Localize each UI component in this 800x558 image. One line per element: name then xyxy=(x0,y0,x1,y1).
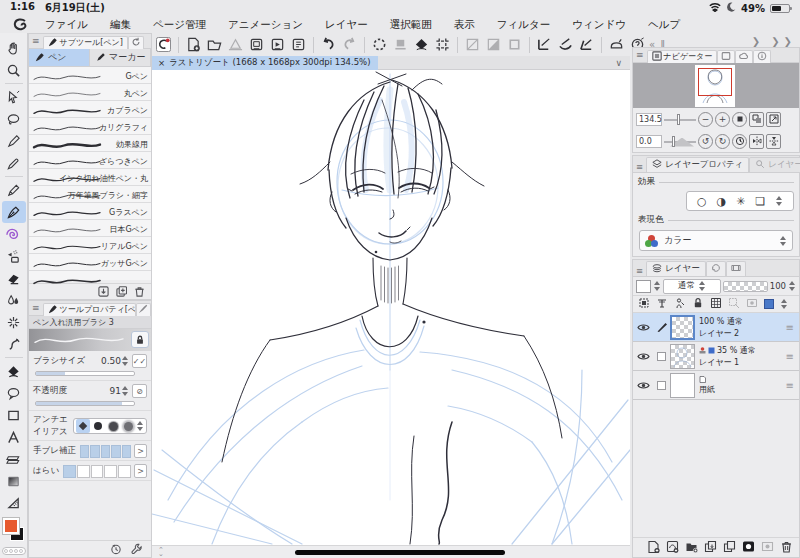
canvas-viewport[interactable] xyxy=(152,70,630,545)
brush-size-dynamics-button[interactable]: ✓✓ xyxy=(132,354,147,368)
tab-list-chevron-icon[interactable]: ∨ xyxy=(615,58,630,68)
new-vector-layer-icon[interactable] xyxy=(666,538,679,557)
brush-item[interactable]: ざらつきペン xyxy=(29,152,151,169)
opacity-dynamics-button[interactable]: ⊘ xyxy=(132,384,147,398)
ruler-tool[interactable] xyxy=(2,492,26,514)
combine-layers-icon[interactable] xyxy=(723,538,736,557)
tool-property-menu-icon[interactable]: ≡ xyxy=(29,303,43,313)
brush-detail-tab[interactable] xyxy=(136,303,151,316)
lock-transparent-pixels-icon[interactable] xyxy=(710,297,722,311)
navigator-menu-icon[interactable]: ≡ xyxy=(633,50,647,60)
new-folder-icon[interactable] xyxy=(685,538,698,557)
layer-name[interactable]: レイヤー 2 xyxy=(699,328,786,339)
subtool-tab-marker[interactable]: マーカー xyxy=(90,49,151,66)
layer-color-button[interactable] xyxy=(764,299,774,309)
layers-tab[interactable]: レイヤー xyxy=(646,261,706,276)
lock-button[interactable] xyxy=(131,331,149,348)
flip-vertical-button[interactable] xyxy=(766,134,781,149)
menu-view[interactable]: 表示 xyxy=(443,18,486,32)
blend-mode-dropdown[interactable]: 通常 xyxy=(663,279,721,294)
subtool-panel-tab[interactable]: サブツール[ペン] xyxy=(43,36,128,49)
layer-visibility-eye-icon[interactable] xyxy=(633,381,653,390)
airbrush-tool[interactable] xyxy=(2,245,26,267)
rotate-slider[interactable] xyxy=(664,135,696,148)
delete-brush-icon[interactable] xyxy=(134,282,145,301)
gear-dashed-icon-button[interactable] xyxy=(370,36,389,54)
document-tab[interactable]: × ラストリゾート (1668 x 1668px 300dpi 134.5%) xyxy=(152,56,378,70)
zoom-tool[interactable] xyxy=(2,59,26,81)
selection-border-icon-button[interactable] xyxy=(505,36,524,54)
blend-tool[interactable] xyxy=(2,289,26,311)
pen-tool[interactable] xyxy=(2,201,26,223)
open-file-button[interactable] xyxy=(205,36,224,54)
delete-layer-icon[interactable] xyxy=(780,538,793,557)
brush-item[interactable]: カブラペン xyxy=(29,101,151,118)
figure-tool[interactable] xyxy=(2,404,26,426)
brush-item[interactable]: 日本Gペン xyxy=(29,220,151,237)
layer-visibility-eye-icon[interactable] xyxy=(633,352,653,361)
layer-opacity-slider[interactable] xyxy=(723,281,768,292)
fit-to-screen-button[interactable] xyxy=(749,112,764,127)
operation-tool[interactable] xyxy=(2,86,26,108)
layer-color-stepper[interactable] xyxy=(780,298,788,310)
layer-thumbnail[interactable] xyxy=(670,344,695,369)
brush-item-partial[interactable] xyxy=(29,271,151,280)
redo-button[interactable] xyxy=(340,36,359,54)
layer-row-2[interactable]: 100 % 通常 レイヤー 2 ≡ xyxy=(633,313,799,342)
export-animation-button[interactable] xyxy=(268,36,287,54)
new-canvas-button[interactable] xyxy=(184,36,203,54)
menu-filter[interactable]: フィルター xyxy=(486,18,561,32)
tool-property-tab[interactable]: ツールプロパティ[ペン xyxy=(43,303,136,316)
brush-item[interactable]: Gペン xyxy=(29,67,151,84)
rotate-left-button[interactable]: ↺ xyxy=(698,134,713,149)
palette-color-stepper[interactable] xyxy=(653,280,661,292)
zoom-in-button[interactable]: + xyxy=(715,112,730,127)
blend-mode-stepper[interactable] xyxy=(698,280,706,292)
layer-comp-tab[interactable] xyxy=(706,261,726,276)
enable-mask-icon[interactable] xyxy=(746,297,758,311)
lasso-selection-tool[interactable] xyxy=(2,108,26,130)
fill-tool[interactable] xyxy=(2,360,26,382)
ipad-home-indicator[interactable] xyxy=(295,550,505,555)
navigator-thumbnail[interactable] xyxy=(695,65,735,107)
antialias-none-option[interactable] xyxy=(76,419,90,433)
brush-item[interactable]: 丸ペン xyxy=(29,84,151,101)
snap-grid-icon-button[interactable] xyxy=(577,36,596,54)
export-page-button[interactable] xyxy=(247,36,266,54)
balloon-tool[interactable] xyxy=(2,382,26,404)
color-swatches[interactable] xyxy=(2,518,26,544)
layer-mask-icon[interactable] xyxy=(742,538,755,557)
undo-button[interactable] xyxy=(319,36,338,54)
wrench-settings-icon[interactable] xyxy=(131,540,143,558)
editing-pen-icon[interactable] xyxy=(653,321,670,333)
stabilization-expand-button[interactable]: > xyxy=(134,444,147,458)
navigator-preview[interactable] xyxy=(633,63,799,108)
export-webtoon-button[interactable] xyxy=(289,36,308,54)
brush-item[interactable]: リアルGペン xyxy=(29,237,151,254)
crop-border-icon-button[interactable] xyxy=(433,36,452,54)
brush-item[interactable]: Gラスペン xyxy=(29,203,151,220)
flip-horizontal-button[interactable] xyxy=(749,134,764,149)
zoom-value[interactable]: 134.5 xyxy=(636,113,662,126)
new-raster-layer-icon[interactable] xyxy=(647,538,660,557)
effect-stepper[interactable] xyxy=(775,195,783,207)
onion-skin-icon[interactable] xyxy=(674,297,686,311)
snap-special-ruler-icon-button[interactable] xyxy=(556,36,575,54)
menu-page[interactable]: ページ管理 xyxy=(142,18,217,32)
taper-level[interactable] xyxy=(63,465,131,478)
brush-size-stepper[interactable] xyxy=(121,355,129,367)
paper-layer-row[interactable]: 用紙 ≡ xyxy=(633,371,799,400)
layer-drag-handle[interactable]: ≡ xyxy=(786,322,799,333)
rotate-value[interactable]: 0.0 xyxy=(636,135,662,148)
zoom-100-button[interactable] xyxy=(732,112,747,127)
line-correction-tool[interactable] xyxy=(2,311,26,333)
antialias-weak-option[interactable] xyxy=(91,419,105,433)
information-tab[interactable] xyxy=(753,50,771,63)
stamp-icon-button[interactable] xyxy=(391,36,410,54)
layer-checkbox[interactable] xyxy=(653,381,670,390)
brush-item[interactable]: カリグラフィ xyxy=(29,118,151,135)
menu-edit[interactable]: 編集 xyxy=(99,18,142,32)
menu-file[interactable]: ファイル xyxy=(34,18,99,32)
decoration-tool[interactable] xyxy=(2,223,26,245)
layer-property-menu-icon[interactable]: ≡ xyxy=(633,162,646,172)
